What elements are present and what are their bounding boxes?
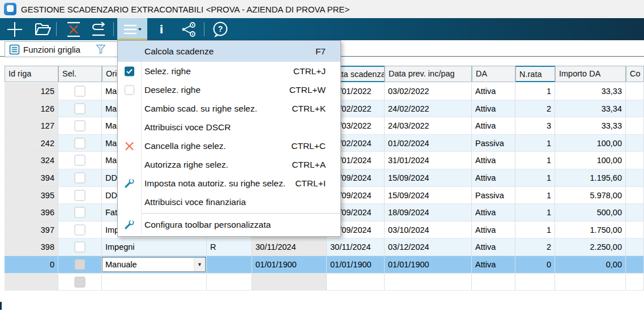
row-select-checkbox[interactable] xyxy=(75,207,86,218)
row-select-checkbox[interactable] xyxy=(75,138,86,148)
row-select-checkbox[interactable] xyxy=(75,242,86,253)
cell-co[interactable] xyxy=(626,117,644,135)
cell-nrata[interactable]: 3 xyxy=(515,117,555,135)
cell-da[interactable]: Attiva xyxy=(472,152,515,169)
cell-importo[interactable]: 5.978,00 xyxy=(555,187,626,204)
cell-scad[interactable]: 01/01/1900 xyxy=(327,256,385,274)
cell-da[interactable]: Attiva xyxy=(472,117,515,135)
cell-r[interactable] xyxy=(207,256,252,274)
header-n-rata[interactable]: N.rata xyxy=(515,66,555,82)
menu-item-deselez-righe[interactable]: Deselez. righeCTRL+W xyxy=(118,80,340,99)
cell-da[interactable]: Attiva xyxy=(472,221,515,238)
cell-importo[interactable]: 33,33 xyxy=(555,117,626,135)
cell-co[interactable] xyxy=(626,187,644,204)
cell-prev[interactable]: 24/03/2022 xyxy=(385,117,472,135)
cell-da[interactable]: Attiva xyxy=(472,83,515,100)
cell-nrata[interactable]: 1 xyxy=(515,169,555,187)
cell-importo[interactable]: 33,33 xyxy=(555,83,626,100)
cell-importo[interactable]: 500,00 xyxy=(555,204,626,221)
cell-prev[interactable]: 03/12/2024 xyxy=(385,238,472,256)
cell-prev[interactable]: 15/09/2024 xyxy=(385,169,472,187)
row-select-checkbox[interactable] xyxy=(75,259,86,270)
cell-nrata[interactable]: 2 xyxy=(515,100,555,117)
cell-id[interactable]: 242 xyxy=(5,135,58,152)
cell-prev[interactable]: 18/09/2024 xyxy=(385,204,472,221)
cell-co[interactable] xyxy=(626,152,644,169)
cell-da[interactable]: Attiva xyxy=(472,238,515,256)
cell-nrata[interactable]: 0 xyxy=(515,256,555,274)
cell-id[interactable]: 127 xyxy=(5,117,58,135)
cell-sel[interactable] xyxy=(58,135,102,152)
cell-nrata[interactable]: 1 xyxy=(515,187,555,204)
header-co[interactable]: Co xyxy=(626,66,644,82)
cell-co[interactable] xyxy=(626,100,644,117)
cell-sel[interactable] xyxy=(58,152,102,169)
cell-prev[interactable]: 15/09/2024 xyxy=(385,187,472,204)
cell-importo[interactable]: 100,00 xyxy=(555,135,626,152)
cell-sel[interactable] xyxy=(58,256,102,274)
cell-prev[interactable]: 24/02/2022 xyxy=(385,100,472,117)
header-id-riga[interactable]: Id riga xyxy=(5,66,58,82)
cell-co[interactable] xyxy=(626,256,644,274)
menu-item-imposta-nota-autoriz-su-righe-selez[interactable]: Imposta nota autoriz. su righe selez.CTR… xyxy=(118,174,340,193)
cell-da[interactable]: Attiva xyxy=(472,169,515,187)
cell-prev[interactable]: 01/01/1900 xyxy=(385,256,472,274)
cell-prev[interactable]: 03/02/2022 xyxy=(385,83,472,100)
cell-co[interactable] xyxy=(626,83,644,100)
cell-nrata[interactable]: 1 xyxy=(515,221,555,238)
combobox-dropdown-icon[interactable]: ▼ xyxy=(194,258,205,271)
cell-nrata[interactable]: 2 xyxy=(515,238,555,256)
cell-importo[interactable]: 33,34 xyxy=(555,100,626,117)
cell-sel[interactable] xyxy=(58,100,102,117)
row-select-checkbox[interactable] xyxy=(75,276,86,287)
cell-nrata[interactable]: 1 xyxy=(515,152,555,169)
cell-id[interactable]: 125 xyxy=(5,83,58,100)
cell-nrata[interactable]: 1 xyxy=(515,83,555,100)
cell-sel[interactable] xyxy=(58,204,102,221)
menu-item-attribuisci-voce-dscr[interactable]: Attribuisci voce DSCR xyxy=(118,118,340,137)
menu-item-calcola-scadenze[interactable]: Calcola scadenzeF7 xyxy=(118,41,340,62)
menu-item-autorizza-righe-selez[interactable]: Autorizza righe selez.CTRL+A xyxy=(118,155,340,174)
row-select-checkbox[interactable] xyxy=(75,224,86,235)
cell-nrata[interactable]: 1 xyxy=(515,204,555,221)
cell-co[interactable] xyxy=(626,135,644,152)
cell-scad[interactable]: 30/11/2024 xyxy=(327,238,385,256)
cell-id[interactable]: 395 xyxy=(5,187,58,204)
cell-prev[interactable]: 03/10/2024 xyxy=(385,221,472,238)
cell-nrata[interactable]: 1 xyxy=(515,135,555,152)
cell-da[interactable]: Passiva xyxy=(472,135,515,152)
row-select-checkbox[interactable] xyxy=(75,173,86,184)
cell-id[interactable]: 324 xyxy=(5,152,58,169)
cell-sel[interactable] xyxy=(58,221,102,238)
header-data-prev-inc-pag[interactable]: Data prev. inc/pag xyxy=(385,66,472,82)
row-select-checkbox[interactable] xyxy=(75,86,86,97)
cell-da[interactable]: Passiva xyxy=(472,187,515,204)
cell-sel[interactable] xyxy=(58,117,102,135)
cell-prev[interactable]: 31/01/2024 xyxy=(385,152,472,169)
row-select-checkbox[interactable] xyxy=(75,121,86,131)
cell-importo[interactable]: 2.250,00 xyxy=(555,238,626,256)
cell-r[interactable]: R xyxy=(207,238,252,256)
cell-importo[interactable]: 1.195,60 xyxy=(555,169,626,187)
origine-combobox[interactable]: Manuale▼ xyxy=(102,257,206,272)
cell-orig[interactable]: Manuale▼ xyxy=(102,256,207,274)
header-sel-[interactable]: Sel. xyxy=(58,66,102,82)
menu-item-selez-righe[interactable]: Selez. righeCTRL+J xyxy=(118,62,340,80)
cell-date1[interactable]: 30/11/2024 xyxy=(252,238,327,256)
cell-sel[interactable] xyxy=(58,187,102,204)
cell-importo[interactable]: 100,00 xyxy=(555,152,626,169)
cell-co[interactable] xyxy=(626,169,644,187)
cell-importo[interactable]: 1.750,00 xyxy=(555,221,626,238)
cell-id[interactable]: 0 xyxy=(5,256,58,274)
cell-sel[interactable] xyxy=(58,238,102,256)
menu-item-configura-toolbar-personalizzata[interactable]: Configura toolbar personalizzata xyxy=(118,215,340,234)
cell-da[interactable]: Attiva xyxy=(472,100,515,117)
cell-da[interactable]: Attiva xyxy=(472,204,515,221)
cell-prev[interactable]: 01/02/2024 xyxy=(385,135,472,152)
cell-date1[interactable]: 01/01/1900 xyxy=(252,256,327,274)
row-select-checkbox[interactable] xyxy=(75,190,86,201)
row-select-checkbox[interactable] xyxy=(75,103,86,114)
row-select-checkbox[interactable] xyxy=(75,155,86,166)
cell-sel[interactable] xyxy=(58,83,102,100)
menu-item-attribuisci-voce-finanziaria[interactable]: Attribuisci voce finanziaria xyxy=(118,193,340,211)
